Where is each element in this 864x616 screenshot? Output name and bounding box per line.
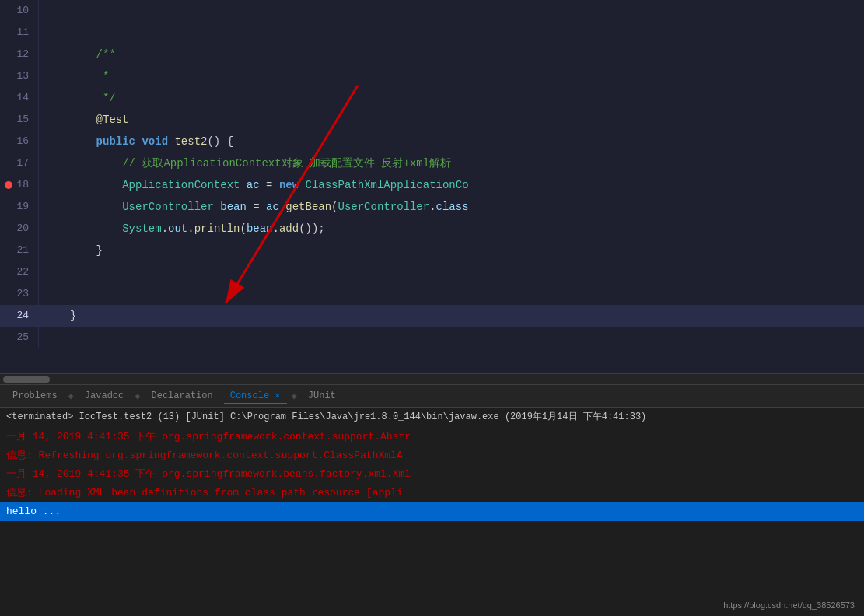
line-num-15: 15 — [0, 109, 39, 131]
code-line-13: 13 * — [0, 65, 864, 87]
code-content-21: } — [39, 240, 103, 261]
scrollbar-thumb[interactable] — [3, 376, 50, 383]
code-line-17: 17 // 获取ApplicationContext对象 加载配置文件 反射+x… — [0, 152, 864, 174]
watermark: https://blog.csdn.net/qq_38526573 — [723, 600, 855, 610]
console-line-1: 一月 14, 2019 4:41:35 下午 org.springframewo… — [0, 428, 864, 446]
code-line-22: 22 — [0, 261, 864, 283]
line-num-13: 13 — [0, 65, 39, 87]
console-area: 一月 14, 2019 4:41:35 下午 org.springframewo… — [0, 425, 864, 616]
code-content-19: UserController bean = ac.getBean(UserCon… — [39, 196, 469, 218]
code-content-15: @Test — [39, 109, 129, 131]
line-num-19: 19 — [0, 196, 39, 218]
line-num-25: 25 — [0, 327, 39, 348]
line-num-24: 24 — [0, 305, 39, 327]
line-num-11: 11 — [0, 22, 39, 44]
code-line-20: 20 System.out.println(bean.add()); — [0, 218, 864, 240]
line-num-20: 20 — [0, 218, 39, 240]
code-line-11: 11 — [0, 22, 864, 44]
line-num-12: 12 — [0, 44, 39, 65]
tab-bar: Problems ◈ Javadoc ◈ Declaration Console… — [0, 384, 864, 408]
code-line-15: 15 @Test — [0, 109, 864, 131]
line-num-21: 21 — [0, 240, 39, 261]
code-content-13: * — [39, 65, 109, 87]
console-line-4: 信息: Loading XML bean definitions from cl… — [0, 484, 864, 502]
tab-junit[interactable]: JUnit — [302, 389, 342, 403]
line-num-14: 14 — [0, 87, 39, 109]
code-content-16: public void test2() { — [39, 131, 233, 152]
code-line-19: 19 UserController bean = ac.getBean(User… — [0, 196, 864, 218]
console-line-hello: hello ... — [0, 502, 864, 521]
code-content-12: /** — [39, 44, 116, 65]
console-line-2: 信息: Refreshing org.springframework.conte… — [0, 446, 864, 465]
code-content-24: } — [39, 305, 76, 327]
console-line-3: 一月 14, 2019 4:41:35 下午 org.springframewo… — [0, 465, 864, 484]
terminated-label: <terminated> IocTest.test2 (13) [JUnit] … — [6, 410, 646, 423]
line-num-10: 10 — [0, 0, 39, 22]
tab-console[interactable]: Console ✕ — [224, 388, 287, 404]
line-num-23: 23 — [0, 283, 39, 305]
main-container: 10 11 12 /** 13 * 14 */ 15 @Test — [0, 0, 864, 616]
scrollbar-area[interactable] — [0, 373, 864, 384]
code-line-24: 24 } — [0, 305, 864, 327]
code-line-18: 18 ApplicationContext ac = new ClassPath… — [0, 174, 864, 196]
tab-problems[interactable]: Problems — [6, 389, 64, 403]
line-num-17: 17 — [0, 152, 39, 174]
code-line-14: 14 */ — [0, 87, 864, 109]
code-content-20: System.out.println(bean.add()); — [39, 218, 325, 240]
tab-javadoc[interactable]: Javadoc — [79, 389, 130, 403]
code-editor: 10 11 12 /** 13 * 14 */ 15 @Test — [0, 0, 864, 373]
code-content-17: // 获取ApplicationContext对象 加载配置文件 反射+xml解… — [39, 152, 451, 174]
line-num-22: 22 — [0, 261, 39, 283]
status-line: <terminated> IocTest.test2 (13) [JUnit] … — [0, 408, 864, 425]
code-content-14: */ — [39, 87, 116, 109]
code-content-18: ApplicationContext ac = new ClassPathXml… — [39, 174, 469, 196]
code-line-10: 10 — [0, 0, 864, 22]
code-line-12: 12 /** — [0, 44, 864, 65]
tab-declaration[interactable]: Declaration — [145, 389, 219, 403]
code-line-23: 23 — [0, 283, 864, 305]
code-line-25: 25 — [0, 327, 864, 348]
line-num-16: 16 — [0, 131, 39, 152]
code-line-21: 21 } — [0, 240, 864, 261]
code-line-16: 16 public void test2() { — [0, 131, 864, 152]
